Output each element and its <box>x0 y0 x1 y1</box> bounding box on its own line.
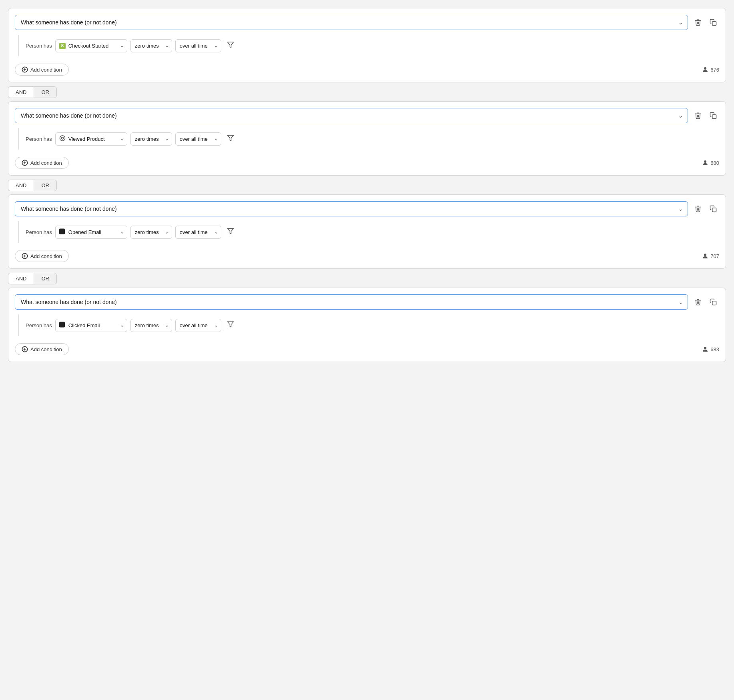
filter-button-2[interactable] <box>225 132 237 146</box>
time-select-4[interactable]: over all time <box>175 319 221 332</box>
main-select-wrapper: What someone has done (or not done) ⌄ <box>15 201 688 216</box>
condition-row-3: Person has Opened Email ⌄ zero times ⌄ <box>18 221 719 243</box>
and-or-row-1: AND OR <box>8 86 726 98</box>
delete-button-2[interactable] <box>692 110 704 122</box>
main-select-1[interactable]: What someone has done (or not done) <box>15 15 688 30</box>
or-button-3[interactable]: OR <box>34 273 57 284</box>
person-has-label: Person has <box>26 136 52 142</box>
main-select-2[interactable]: What someone has done (or not done) <box>15 108 688 123</box>
header-icons <box>692 16 719 28</box>
svg-point-19 <box>704 254 706 256</box>
or-button-2[interactable]: OR <box>34 180 57 191</box>
main-select-3[interactable]: What someone has done (or not done) <box>15 201 688 216</box>
delete-button-3[interactable] <box>692 203 704 215</box>
main-select-4[interactable]: What someone has done (or not done) <box>15 294 688 310</box>
person-icon <box>702 346 709 353</box>
time-select-2[interactable]: over all time <box>175 132 221 146</box>
svg-point-13 <box>704 160 706 163</box>
svg-rect-20 <box>712 301 716 305</box>
person-has-label: Person has <box>26 322 52 328</box>
copy-button-1[interactable] <box>707 16 719 28</box>
count-value-3: 707 <box>710 253 719 259</box>
time-select-wrapper-2: over all time ⌄ <box>175 132 221 146</box>
svg-marker-9 <box>227 135 233 141</box>
copy-button-4[interactable] <box>707 296 719 308</box>
and-or-row-2: AND OR <box>8 180 726 191</box>
frequency-select-wrapper-1: zero times ⌄ <box>130 39 172 52</box>
condition-row-2: Person has Viewed Product ⌄ zero times ⌄ <box>18 128 719 150</box>
header-icons <box>692 110 719 122</box>
event-select-wrapper-2: Viewed Product ⌄ <box>55 132 127 146</box>
add-condition-button-4[interactable]: Add condition <box>15 343 69 355</box>
person-icon <box>702 66 709 73</box>
event-select-wrapper-3: Opened Email ⌄ <box>55 226 127 239</box>
add-condition-button-2[interactable]: Add condition <box>15 157 69 169</box>
plus-icon <box>22 346 28 352</box>
person-count-2: 680 <box>702 159 719 166</box>
event-select-1[interactable]: Checkout Started <box>55 39 127 52</box>
plus-icon <box>22 160 28 166</box>
frequency-select-1[interactable]: zero times <box>130 39 172 52</box>
frequency-select-wrapper-2: zero times ⌄ <box>130 132 172 146</box>
copy-button-3[interactable] <box>707 203 719 215</box>
and-button-2[interactable]: AND <box>8 180 34 191</box>
add-condition-label: Add condition <box>30 67 62 73</box>
add-condition-button-3[interactable]: Add condition <box>15 250 69 262</box>
or-button-1[interactable]: OR <box>34 86 57 98</box>
event-select-3[interactable]: Opened Email <box>55 226 127 239</box>
filter-button-1[interactable] <box>225 39 237 52</box>
main-select-wrapper: What someone has done (or not done) ⌄ <box>15 108 688 123</box>
svg-rect-6 <box>712 115 716 119</box>
condition-footer-3: Add condition 707 <box>15 248 719 262</box>
time-select-1[interactable]: over all time <box>175 39 221 52</box>
frequency-select-4[interactable]: zero times <box>130 319 172 332</box>
and-button-1[interactable]: AND <box>8 86 34 98</box>
event-select-4[interactable]: Clicked Email <box>55 319 127 332</box>
svg-point-5 <box>704 67 706 70</box>
plus-icon <box>22 253 28 259</box>
svg-rect-0 <box>712 22 716 26</box>
delete-button-4[interactable] <box>692 296 704 308</box>
condition-block-4: What someone has done (or not done) ⌄ <box>8 288 726 362</box>
condition-header-2: What someone has done (or not done) ⌄ <box>15 108 719 123</box>
add-condition-label: Add condition <box>30 346 62 352</box>
time-select-wrapper-3: over all time ⌄ <box>175 226 221 239</box>
main-select-wrapper: What someone has done (or not done) ⌄ <box>15 15 688 30</box>
event-select-wrapper-1: S Checkout Started ⌄ <box>55 39 127 52</box>
person-has-label: Person has <box>26 43 52 49</box>
person-count-3: 707 <box>702 252 719 260</box>
svg-marker-15 <box>227 228 233 234</box>
event-select-wrapper-4: Clicked Email ⌄ <box>55 319 127 332</box>
condition-row-1: Person has S Checkout Started ⌄ zero tim… <box>18 35 719 56</box>
time-select-wrapper-4: over all time ⌄ <box>175 319 221 332</box>
condition-block-2: What someone has done (or not done) ⌄ <box>8 101 726 176</box>
time-select-wrapper-1: over all time ⌄ <box>175 39 221 52</box>
copy-button-2[interactable] <box>707 110 719 122</box>
svg-point-25 <box>704 347 706 349</box>
condition-header-1: What someone has done (or not done) ⌄ <box>15 15 719 30</box>
person-icon <box>702 252 709 260</box>
condition-footer-4: Add condition 683 <box>15 342 719 355</box>
person-count-4: 683 <box>702 346 719 353</box>
person-has-label: Person has <box>26 229 52 235</box>
plus-icon <box>22 66 28 73</box>
and-button-3[interactable]: AND <box>8 273 34 284</box>
filter-button-4[interactable] <box>225 318 237 332</box>
event-select-2[interactable]: Viewed Product <box>55 132 127 146</box>
header-icons <box>692 203 719 215</box>
time-select-3[interactable]: over all time <box>175 226 221 239</box>
condition-row-4: Person has Clicked Email ⌄ zero times ⌄ <box>18 314 719 336</box>
delete-button-1[interactable] <box>692 16 704 28</box>
person-icon <box>702 159 709 166</box>
filter-button-3[interactable] <box>225 225 237 239</box>
svg-marker-1 <box>227 42 233 48</box>
frequency-select-2[interactable]: zero times <box>130 132 172 146</box>
condition-footer-1: Add condition 676 <box>15 62 719 76</box>
frequency-select-3[interactable]: zero times <box>130 226 172 239</box>
condition-footer-2: Add condition 680 <box>15 155 719 169</box>
add-condition-label: Add condition <box>30 160 62 166</box>
frequency-select-wrapper-3: zero times ⌄ <box>130 226 172 239</box>
count-value-4: 683 <box>710 346 719 352</box>
add-condition-button-1[interactable]: Add condition <box>15 64 69 76</box>
and-or-row-3: AND OR <box>8 273 726 284</box>
